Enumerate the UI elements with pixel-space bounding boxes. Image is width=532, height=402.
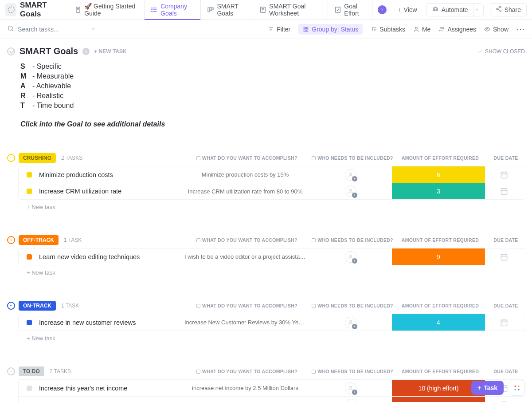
desc-row: T - Time bound (20, 102, 525, 110)
svg-point-20 (436, 9, 436, 9)
col-header-accomplish[interactable]: WHAT DO YOU WANT TO ACCOMPLISH? (183, 155, 311, 161)
task-effort: 4 (392, 314, 485, 331)
col-header-due[interactable]: DUE DATE (487, 155, 525, 161)
new-task-top[interactable]: + NEW TASK (94, 48, 126, 55)
task-due-date[interactable] (485, 187, 523, 196)
group-toggle[interactable] (7, 154, 15, 162)
svg-rect-54 (501, 254, 507, 260)
avatar-add-icon (345, 317, 356, 328)
col-header-accomplish[interactable]: WHAT DO YOU WANT TO ACCOMPLISH? (183, 237, 311, 243)
task-assignee[interactable] (309, 185, 392, 197)
col-header-who[interactable]: WHO NEEDS TO BE INCLUDED? (311, 303, 394, 308)
task-assignee[interactable] (309, 251, 392, 263)
tab-icon (334, 6, 341, 13)
task-row[interactable]: Learn new video editing techniquesI wish… (19, 248, 525, 265)
new-task-row[interactable]: + New task (19, 199, 525, 210)
tab-smart-goals[interactable]: SMART Goals (201, 0, 253, 20)
task-row[interactable]: Increase CRM utilization rateIncrease CR… (19, 183, 525, 199)
col-header-who[interactable]: WHO NEEDS TO BE INCLUDED? (311, 155, 394, 161)
group-by-button[interactable]: Group by: Status (298, 24, 363, 35)
svg-rect-10 (208, 8, 210, 12)
new-task-row[interactable]: + New task (19, 265, 525, 276)
tab-smart-goal-worksheet[interactable]: SMART Goal Worksheet (253, 0, 328, 20)
subtasks-button[interactable]: Subtasks (371, 26, 405, 33)
col-header-effort[interactable]: AMOUNT OF EFFORT REQUIRED (394, 237, 487, 243)
filter-button[interactable]: Filter (268, 26, 290, 33)
svg-point-23 (496, 8, 498, 10)
group-label[interactable]: TO DO (19, 367, 44, 376)
fab-task-button[interactable]: + Task (471, 381, 504, 395)
svg-rect-34 (304, 30, 306, 32)
col-header-effort[interactable]: AMOUNT OF EFFORT REQUIRED (394, 303, 487, 308)
fab-apps-button[interactable] (509, 380, 525, 396)
svg-point-41 (442, 27, 444, 28)
col-header-who[interactable]: WHO NEEDS TO BE INCLUDED? (311, 237, 394, 243)
task-due-date[interactable] (485, 170, 523, 179)
group-count: 2 TASKS (61, 155, 82, 161)
task-title: Increase CRM utilization rate (39, 188, 181, 195)
svg-point-7 (152, 8, 152, 8)
tab-company-goals[interactable]: Company Goals (145, 0, 201, 20)
share-icon (496, 6, 502, 13)
group-label[interactable]: ON-TRACK (19, 301, 56, 311)
tab-icon (151, 6, 158, 13)
desc-row: M - Measurable (20, 72, 525, 80)
info-icon[interactable]: i (82, 48, 90, 55)
task-accomplish: Increase New Customer Reviews by 30% Yea… (181, 319, 309, 326)
svg-point-19 (434, 9, 434, 9)
me-button[interactable]: Me (413, 26, 430, 33)
task-row[interactable]: Reduce production idle timeReduce produc… (19, 396, 525, 402)
assignees-button[interactable]: Assignees (438, 26, 476, 33)
view-button[interactable]: + View (392, 0, 422, 20)
task-row[interactable]: Minimize production costsMinimize produc… (19, 166, 525, 183)
col-header-due[interactable]: DUE DATE (487, 237, 525, 243)
col-header-who[interactable]: WHO NEEDS TO BE INCLUDED? (311, 369, 394, 374)
task-assignee[interactable] (309, 169, 392, 181)
avatar-add-icon (345, 185, 356, 197)
app-icon[interactable] (5, 3, 16, 16)
task-due-date[interactable] (485, 252, 523, 261)
more-menu[interactable]: ⋯ (516, 24, 525, 34)
show-closed-button[interactable]: SHOW CLOSED (477, 48, 525, 55)
group-count: 1 TASK (64, 237, 82, 243)
tab-label: SMART Goals (217, 3, 246, 17)
task-row[interactable]: Increase in new customer reviewsIncrease… (19, 314, 525, 331)
search-input[interactable]: Search tasks... (7, 25, 96, 33)
task-title: Learn new video editing techniques (39, 253, 181, 260)
task-row[interactable]: Increase this year's net incomeincrease … (19, 380, 525, 396)
tab-label: Company Goals (160, 3, 194, 17)
group-toggle[interactable] (7, 367, 15, 375)
tab-goal-effort[interactable]: Goal Effort (328, 0, 372, 20)
new-task-row[interactable]: + New task (19, 331, 525, 342)
svg-point-75 (514, 389, 516, 390)
share-button[interactable]: Share (490, 3, 527, 16)
col-header-effort[interactable]: AMOUNT OF EFFORT REQUIRED (394, 155, 487, 161)
tabs-more-arrow[interactable] (378, 5, 387, 14)
automate-chevron[interactable] (471, 3, 484, 16)
task-effort: 10 (high effort) (392, 397, 485, 402)
col-header-accomplish[interactable]: WHAT DO YOU WANT TO ACCOMPLISH? (183, 369, 311, 374)
task-due-date[interactable] (485, 400, 523, 402)
task-assignee[interactable] (309, 382, 392, 394)
svg-rect-11 (210, 8, 212, 11)
plus-icon: + (397, 6, 401, 13)
search-chevron[interactable] (90, 26, 96, 33)
task-assignee[interactable] (309, 317, 392, 328)
col-header-effort[interactable]: AMOUNT OF EFFORT REQUIRED (394, 369, 487, 374)
svg-point-58 (350, 320, 352, 323)
svg-point-9 (152, 11, 152, 12)
col-header-accomplish[interactable]: WHAT DO YOU WANT TO ACCOMPLISH? (183, 303, 311, 308)
group-label[interactable]: OFF-TRACK (19, 235, 59, 245)
show-button[interactable]: Show (484, 26, 509, 33)
group-toggle[interactable] (7, 236, 15, 244)
task-assignee[interactable] (309, 399, 392, 402)
tab--getting-started-guide[interactable]: 🚀 Getting Started Guide (68, 0, 145, 20)
automate-button[interactable]: Automate (426, 3, 474, 16)
group-toggle[interactable] (7, 302, 15, 310)
app-title: SMART Goals (20, 1, 62, 19)
group-count: 2 TASKS (50, 368, 71, 374)
col-header-due[interactable]: DUE DATE (487, 303, 525, 308)
col-header-due[interactable]: DUE DATE (487, 369, 525, 374)
task-due-date[interactable] (485, 318, 523, 327)
group-label[interactable]: CRUSHING (19, 153, 56, 163)
